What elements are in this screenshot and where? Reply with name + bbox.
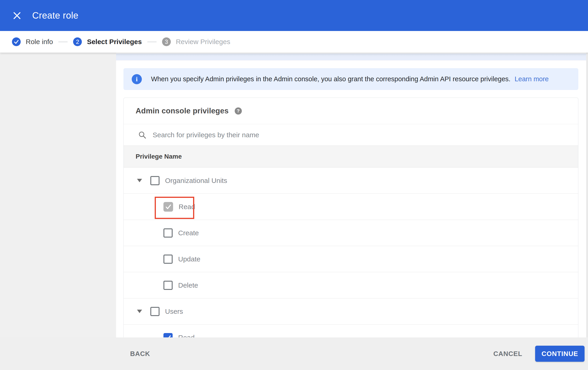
info-banner: i When you specify Admin privileges in t…	[124, 68, 578, 90]
table-row: Update	[124, 246, 578, 272]
step-role-info[interactable]: Role info	[12, 37, 53, 46]
privilege-label: Users	[165, 308, 183, 315]
step-label: Role info	[26, 38, 53, 46]
close-x-glyph	[12, 11, 21, 20]
checkbox-update[interactable]	[163, 255, 173, 264]
help-icon[interactable]: ?	[235, 107, 242, 115]
checkbox-read-checked[interactable]	[163, 202, 173, 212]
info-icon: i	[132, 74, 142, 84]
cancel-button[interactable]: CANCEL	[493, 350, 522, 358]
step-label: Review Privileges	[176, 38, 230, 46]
table-row: Read	[124, 194, 578, 220]
table-row: Delete	[124, 272, 578, 298]
table-row: Organizational Units	[124, 168, 578, 194]
dialog-title: Create role	[32, 10, 78, 21]
checkbox-create[interactable]	[163, 228, 173, 238]
checkbox-users-read-checked[interactable]	[163, 333, 173, 338]
stepper: Role info 2 Select Privileges 3 Review P…	[0, 31, 588, 53]
privilege-label: Update	[178, 255, 200, 263]
vertical-scrollbar[interactable]	[586, 53, 588, 337]
banner-text: When you specify Admin privileges in the…	[151, 75, 549, 83]
table-row: Create	[124, 220, 578, 246]
step-connector	[147, 41, 157, 42]
checkbox-delete[interactable]	[163, 281, 173, 290]
step-number: 3	[162, 37, 171, 46]
search-row	[124, 124, 578, 146]
collapse-arrow-icon[interactable]	[137, 179, 142, 182]
checkbox-users[interactable]	[150, 307, 159, 316]
check-icon	[165, 334, 171, 338]
search-input[interactable]	[153, 131, 474, 139]
collapse-arrow-icon[interactable]	[137, 310, 142, 313]
continue-button[interactable]: CONTINUE	[535, 346, 585, 362]
step-select-privileges[interactable]: 2 Select Privileges	[73, 37, 142, 46]
card-title: Admin console privileges	[136, 107, 229, 115]
checkbox-organizational-units[interactable]	[150, 176, 159, 185]
banner-message: When you specify Admin privileges in the…	[151, 75, 511, 83]
privilege-label: Organizational Units	[165, 177, 227, 185]
step-complete-check-icon	[12, 37, 21, 46]
main-area: i When you specify Admin privileges in t…	[0, 53, 588, 337]
close-icon[interactable]	[12, 10, 22, 21]
back-button[interactable]: BACK	[130, 350, 150, 358]
scrolled-content-strip	[116, 53, 588, 60]
step-connector	[58, 41, 68, 42]
privilege-label: Read	[178, 203, 195, 211]
privileges-card: Admin console privileges ? Privilege Nam…	[124, 98, 578, 337]
table-header: Privilege Name	[124, 146, 578, 168]
table-row: Users	[124, 298, 578, 325]
step-review-privileges[interactable]: 3 Review Privileges	[162, 37, 230, 46]
privilege-label: Read	[178, 334, 195, 338]
appbar: Create role	[0, 0, 588, 31]
privilege-label: Delete	[178, 281, 198, 289]
search-icon	[138, 131, 146, 139]
privilege-label: Create	[178, 229, 199, 237]
learn-more-link[interactable]: Learn more	[515, 75, 549, 83]
content-panel: i When you specify Admin privileges in t…	[116, 53, 588, 337]
table-row: Read	[124, 325, 578, 337]
table-header-label: Privilege Name	[136, 153, 182, 160]
step-number: 2	[73, 37, 82, 46]
footer-bar: BACK CANCEL CONTINUE	[0, 337, 588, 370]
left-panel	[0, 53, 116, 337]
check-icon	[165, 203, 172, 210]
card-header: Admin console privileges ?	[124, 98, 578, 124]
step-label: Select Privileges	[87, 38, 142, 46]
